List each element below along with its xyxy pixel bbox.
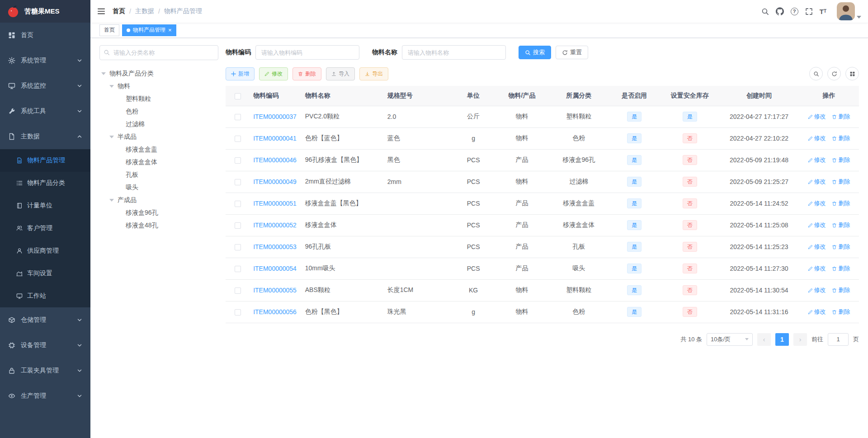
delete-link[interactable]: 删除 — [832, 308, 850, 316]
toggle-search-button[interactable] — [809, 67, 823, 80]
sidebar-item-home[interactable]: 首页 — [0, 23, 90, 48]
row-checkbox[interactable] — [235, 201, 241, 207]
sidebar-item-measure-unit[interactable]: 计量单位 — [0, 194, 90, 217]
tab-home[interactable]: 首页 — [99, 24, 119, 36]
edit-link[interactable]: 修改 — [808, 308, 826, 316]
tree-node[interactable]: 孔板 — [99, 169, 218, 181]
reset-button[interactable]: 重置 — [556, 46, 588, 59]
tree-node[interactable]: 色粉 — [99, 105, 218, 118]
hamburger-icon[interactable] — [97, 7, 105, 15]
edit-link[interactable]: 修改 — [808, 221, 826, 229]
delete-link[interactable]: 删除 — [832, 134, 850, 142]
fullscreen-icon[interactable] — [805, 8, 813, 15]
sidebar-item-workstation[interactable]: 工作站 — [0, 285, 90, 307]
material-code-link[interactable]: ITEM00000051 — [253, 200, 297, 207]
row-checkbox[interactable] — [235, 266, 241, 272]
table-row[interactable]: ITEM00000051 移液盒盒盖【黑色】 PCS 产品 移液盒盒盖 是 否 … — [226, 193, 859, 214]
delete-button[interactable]: 删除 — [292, 67, 321, 80]
sidebar-item-tooling-fixture-mgmt[interactable]: 工装夹具管理 — [0, 358, 90, 383]
edit-link[interactable]: 修改 — [808, 134, 826, 142]
sidebar-item-equipment-mgmt[interactable]: 设备管理 — [0, 333, 90, 358]
row-checkbox[interactable] — [235, 309, 241, 316]
material-code-link[interactable]: ITEM00000049 — [253, 178, 297, 185]
tree-node[interactable]: 物料及产品分类 — [99, 67, 218, 80]
edit-link[interactable]: 修改 — [808, 178, 826, 186]
avatar[interactable] — [837, 2, 855, 20]
sidebar-item-warehouse-mgmt[interactable]: 仓储管理 — [0, 307, 90, 333]
row-checkbox[interactable] — [235, 136, 241, 142]
material-code-link[interactable]: ITEM00000046 — [253, 156, 297, 164]
edit-link[interactable]: 修改 — [808, 113, 826, 121]
edit-link[interactable]: 修改 — [808, 156, 826, 164]
delete-link[interactable]: 删除 — [832, 264, 850, 273]
material-code-link[interactable]: ITEM00000056 — [253, 308, 297, 316]
prev-page-button[interactable]: ‹ — [757, 333, 771, 346]
tree-node[interactable]: 移液盒96孔 — [99, 207, 218, 219]
tree-node[interactable]: 过滤棉 — [99, 118, 218, 131]
help-icon[interactable]: ? — [791, 8, 798, 15]
material-code-link[interactable]: ITEM00000053 — [253, 243, 297, 250]
tree-node[interactable]: 物料 — [99, 80, 218, 93]
material-code-link[interactable]: ITEM00000055 — [253, 287, 297, 294]
category-search-input[interactable] — [99, 45, 218, 60]
edit-link[interactable]: 修改 — [808, 243, 826, 251]
caret-down-icon[interactable] — [109, 85, 114, 88]
row-checkbox[interactable] — [235, 244, 241, 250]
edit-link[interactable]: 修改 — [808, 286, 826, 294]
tree-node[interactable]: 塑料颗粒 — [99, 93, 218, 105]
material-code-link[interactable]: ITEM00000054 — [253, 265, 297, 272]
row-checkbox[interactable] — [235, 114, 241, 120]
row-checkbox[interactable] — [235, 157, 241, 164]
tab-material-product-mgmt[interactable]: 物料产品管理 × — [122, 24, 176, 36]
sidebar-item-system-mgmt[interactable]: 系统管理 — [0, 48, 90, 73]
page-number-button[interactable]: 1 — [775, 333, 789, 346]
tree-node[interactable]: 移液盒盒盖 — [99, 143, 218, 156]
caret-down-icon[interactable] — [109, 136, 114, 138]
edit-link[interactable]: 修改 — [808, 199, 826, 207]
refresh-button[interactable] — [827, 67, 841, 80]
table-row[interactable]: ITEM00000055 ABS颗粒 长度1CM KG 物料 塑料颗粒 是 否 … — [226, 279, 859, 301]
sidebar-item-master-data[interactable]: 主数据 — [0, 124, 90, 149]
tree-node[interactable]: 产成品 — [99, 194, 218, 207]
table-row[interactable]: ITEM00000052 移液盒盒体 PCS 产品 移液盒盒体 是 否 2022… — [226, 214, 859, 236]
sidebar-item-system-tools[interactable]: 系统工具 — [0, 99, 90, 124]
page-size-select[interactable]: 10条/页 — [707, 333, 753, 346]
table-row[interactable]: ITEM00000046 96孔移液盒【黑色】 黑色 PCS 产品 移液盒96孔… — [226, 149, 859, 171]
material-code-link[interactable]: ITEM00000041 — [253, 135, 297, 142]
delete-link[interactable]: 删除 — [832, 199, 850, 207]
sidebar-item-supplier-mgmt[interactable]: 供应商管理 — [0, 240, 90, 262]
tree-node[interactable]: 移液盒盒体 — [99, 156, 218, 169]
add-button[interactable]: 新增 — [226, 67, 255, 80]
delete-link[interactable]: 删除 — [832, 178, 850, 186]
delete-link[interactable]: 删除 — [832, 113, 850, 121]
caret-down-icon[interactable] — [109, 199, 114, 202]
sidebar-item-material-product-mgmt[interactable]: 物料产品管理 — [0, 149, 90, 172]
sidebar-item-material-product-category[interactable]: 物料产品分类 — [0, 172, 90, 194]
import-button[interactable]: 导入 — [326, 67, 355, 80]
sidebar-item-workshop-settings[interactable]: 车间设置 — [0, 262, 90, 285]
sidebar-item-production-mgmt[interactable]: 生产管理 — [0, 383, 90, 409]
search-button[interactable]: 搜索 — [519, 46, 551, 59]
material-name-input[interactable] — [402, 45, 506, 60]
edit-link[interactable]: 修改 — [808, 264, 826, 273]
next-page-button[interactable]: › — [793, 333, 807, 346]
table-row[interactable]: ITEM00000049 2mm直径过滤棉 2mm PCS 物料 过滤棉 是 否… — [226, 171, 859, 193]
app-logo[interactable]: 苦糖果MES — [0, 0, 90, 23]
material-code-link[interactable]: ITEM00000037 — [253, 113, 297, 120]
columns-toggle-button[interactable] — [845, 67, 859, 80]
github-icon[interactable] — [776, 7, 784, 15]
table-row[interactable]: ITEM00000054 10mm吸头 PCS 产品 吸头 是 否 2022-0… — [226, 258, 859, 279]
tree-node[interactable]: 移液盒48孔 — [99, 219, 218, 232]
row-checkbox[interactable] — [235, 222, 241, 229]
table-row[interactable]: ITEM00000037 PVC2.0颗粒 2.0 公斤 物料 塑料颗粒 是 是… — [226, 106, 859, 127]
select-all-checkbox[interactable] — [235, 93, 241, 99]
sidebar-item-system-monitor[interactable]: 系统监控 — [0, 73, 90, 99]
row-checkbox[interactable] — [235, 179, 241, 185]
table-row[interactable]: ITEM00000056 色粉【黑色】 珠光黑 g 物料 色粉 是 否 2022… — [226, 301, 859, 323]
close-icon[interactable]: × — [168, 27, 172, 33]
edit-button[interactable]: 修改 — [259, 67, 288, 80]
table-row[interactable]: ITEM00000053 96孔孔板 PCS 产品 孔板 是 否 2022-05… — [226, 236, 859, 258]
goto-page-input[interactable] — [828, 333, 849, 346]
caret-down-icon[interactable] — [101, 72, 106, 75]
font-size-icon[interactable]: TT — [820, 8, 826, 15]
